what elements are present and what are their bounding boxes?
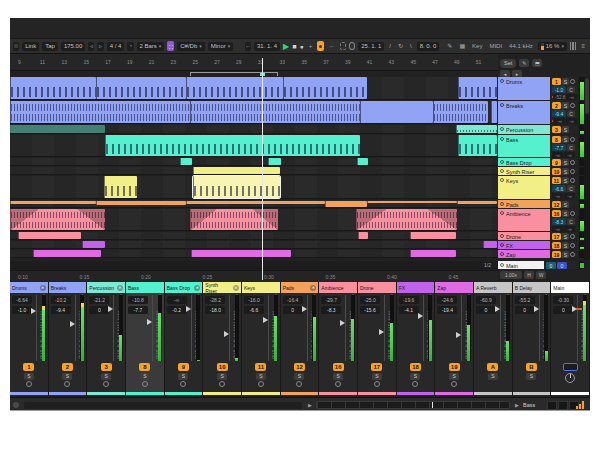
fader-track[interactable] bbox=[152, 295, 153, 361]
mixer-solo-button[interactable]: S bbox=[488, 373, 498, 380]
track-name[interactable]: Keys bbox=[498, 176, 550, 199]
output-meter-icon[interactable] bbox=[576, 401, 584, 409]
track-header-keys[interactable]: Keys11S-6.6C-∞-∞ bbox=[498, 176, 584, 199]
track-header-pads[interactable]: Pads12S bbox=[498, 200, 584, 208]
track-name[interactable]: FX bbox=[498, 241, 550, 249]
mixer-track-number[interactable]: 3 bbox=[101, 363, 112, 371]
mixer-strip-header[interactable]: B Delay bbox=[513, 282, 551, 293]
arm-button[interactable] bbox=[570, 79, 575, 84]
peak-value-field[interactable]: -21.2 bbox=[89, 296, 109, 304]
fader-value-field[interactable]: 0 bbox=[89, 306, 109, 314]
fader-handle[interactable] bbox=[302, 306, 307, 312]
cue-volume-knob[interactable] bbox=[565, 373, 575, 383]
mixer-strip-header[interactable]: Drone bbox=[358, 282, 396, 293]
clip[interactable] bbox=[10, 209, 105, 230]
mixer-arm-button[interactable] bbox=[374, 381, 380, 387]
fader-value-field[interactable]: 0 bbox=[515, 306, 535, 314]
punch-out-icon[interactable]: \ bbox=[408, 42, 414, 51]
pan-field[interactable]: C bbox=[567, 144, 575, 151]
mixer-strip-keys[interactable]: Keys-16.0-6.660612182430364248546011S bbox=[242, 282, 281, 396]
meter-peak-value[interactable]: -∞ bbox=[564, 193, 575, 199]
stop-button[interactable]: ■ bbox=[292, 43, 296, 50]
automation-clip[interactable] bbox=[325, 201, 367, 207]
solo-button[interactable]: S bbox=[562, 251, 569, 258]
clip[interactable] bbox=[433, 101, 488, 123]
clip[interactable] bbox=[356, 209, 457, 230]
mixer-strip-header[interactable]: Synth Riser∗ bbox=[203, 282, 241, 293]
mixer-arm-button[interactable] bbox=[180, 381, 186, 387]
mixer-strip-percussion[interactable]: Percussion∗-21.206061218243036424854603S bbox=[87, 282, 126, 396]
track-activator-icon[interactable] bbox=[500, 178, 504, 182]
volume-field[interactable]: -7.7 bbox=[552, 144, 566, 151]
track-name[interactable]: Synth Riser bbox=[498, 167, 550, 175]
mixer-arm-button[interactable] bbox=[412, 381, 418, 387]
track-lane-pads[interactable] bbox=[10, 200, 498, 208]
track-lane-fx[interactable] bbox=[10, 241, 498, 249]
peak-value-field[interactable]: -60.9 bbox=[476, 296, 496, 304]
play-button[interactable]: ▶ bbox=[283, 42, 289, 51]
arm-button[interactable] bbox=[570, 137, 575, 142]
mixer-solo-button[interactable]: S bbox=[333, 373, 343, 380]
arrangement-position-field[interactable]: 31. 1. 4 bbox=[254, 42, 280, 51]
fader-value-field[interactable]: -18.0 bbox=[205, 306, 225, 314]
device-thumbnail[interactable] bbox=[547, 401, 557, 410]
track-header-synth-riser[interactable]: Synth Riser10S bbox=[498, 167, 584, 175]
track-activator-icon[interactable] bbox=[500, 169, 504, 173]
loop-length-field[interactable]: 8. 0. 0 bbox=[417, 42, 440, 51]
clip[interactable] bbox=[18, 232, 81, 239]
main-send-value[interactable]: 0 bbox=[546, 262, 556, 269]
fader-value-field[interactable]: 0 bbox=[553, 306, 573, 314]
mixer-solo-button[interactable]: S bbox=[178, 373, 188, 380]
clip[interactable] bbox=[357, 158, 368, 165]
solo-button[interactable]: S bbox=[562, 177, 569, 184]
fader-track[interactable] bbox=[229, 295, 230, 361]
track-lane-bass[interactable] bbox=[10, 135, 498, 157]
mixer-solo-button[interactable]: S bbox=[410, 373, 420, 380]
track-name[interactable]: Bass bbox=[498, 135, 550, 157]
clip[interactable] bbox=[360, 101, 433, 123]
link-button[interactable]: Link bbox=[22, 42, 39, 51]
automation-clip[interactable] bbox=[457, 201, 497, 204]
clip[interactable] bbox=[193, 176, 280, 198]
track-activator-icon[interactable] bbox=[500, 103, 504, 107]
fader-track[interactable] bbox=[539, 295, 540, 361]
peak-value-field[interactable]: -19.6 bbox=[399, 296, 419, 304]
scale-icon[interactable]: ∷ bbox=[167, 41, 174, 51]
track-activator-icon[interactable] bbox=[500, 234, 504, 238]
mixer-solo-button[interactable]: S bbox=[294, 373, 304, 380]
solo-button[interactable]: S bbox=[562, 242, 569, 249]
solo-button[interactable]: S bbox=[562, 201, 569, 208]
peak-value-field[interactable]: -6.64 bbox=[12, 296, 32, 304]
arm-button[interactable] bbox=[570, 234, 575, 239]
metronome-icon[interactable]: ◔ bbox=[127, 42, 133, 51]
fader-value-field[interactable]: -4.1 bbox=[399, 306, 419, 314]
solo-button[interactable]: S bbox=[562, 78, 569, 85]
mixer-track-number[interactable]: 11 bbox=[255, 363, 266, 371]
track-lane-synth-riser[interactable] bbox=[10, 167, 498, 175]
solo-button[interactable]: S bbox=[562, 233, 569, 240]
session-record-icon[interactable] bbox=[340, 42, 346, 50]
mixer-strip-header[interactable]: Pads∗ bbox=[281, 282, 319, 293]
midi-map-button[interactable]: MIDI bbox=[487, 42, 504, 51]
mixer-solo-button[interactable]: S bbox=[140, 373, 150, 380]
track-lane-percussion[interactable] bbox=[10, 125, 498, 134]
beat-time-ruler[interactable]: 9111315171921232527293133353739414345474… bbox=[10, 54, 498, 71]
pan-field[interactable]: C bbox=[567, 185, 575, 192]
fader-value-field[interactable]: -8.3 bbox=[321, 306, 341, 314]
zoom-width-button[interactable]: W bbox=[536, 271, 546, 279]
mixer-arm-button[interactable] bbox=[64, 381, 70, 387]
nudge-up-icon[interactable]: ▹ bbox=[97, 42, 103, 51]
track-lane-drone[interactable] bbox=[10, 232, 498, 240]
solo-button[interactable]: S bbox=[562, 126, 569, 133]
mixer-track-number[interactable]: 8 bbox=[139, 363, 150, 371]
track-name[interactable]: Pads bbox=[498, 200, 550, 208]
track-name[interactable]: Drums bbox=[498, 77, 550, 100]
clip-overview[interactable] bbox=[316, 401, 510, 409]
mixer-arm-button[interactable] bbox=[258, 381, 264, 387]
time-ruler[interactable]: 0:100:150:200:250:300:350:400:45 bbox=[10, 270, 498, 282]
mixer-strip-header[interactable]: A Reverb bbox=[474, 282, 512, 293]
clip[interactable] bbox=[193, 167, 280, 174]
mixer-solo-button[interactable]: S bbox=[217, 373, 227, 380]
track-header-main[interactable]: Main00 bbox=[498, 261, 584, 269]
meter-peak-value[interactable]: -52.8 bbox=[554, 94, 565, 100]
